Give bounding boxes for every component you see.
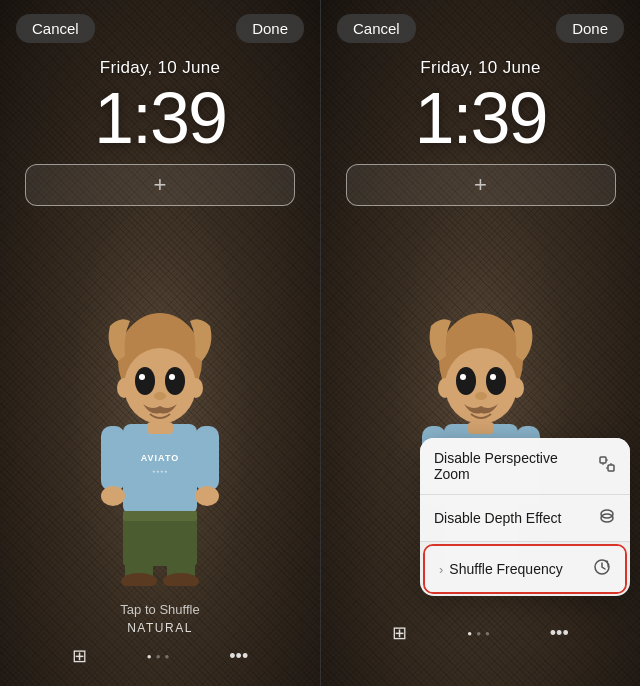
widget-plus-right: + — [474, 172, 487, 198]
svg-point-31 — [510, 378, 524, 398]
bottom-icons-right: ⊞ ●●● ••• — [392, 622, 568, 644]
grid-icon-right[interactable]: ⊞ — [392, 622, 407, 644]
context-menu: Disable Perspective Zoom Disable Depth E… — [420, 438, 630, 596]
shuffle-clock-icon — [593, 558, 611, 580]
date-label-right: Friday, 10 June — [420, 58, 540, 78]
dot-icon-right: ●●● — [467, 629, 490, 638]
depth-effect-label: Disable Depth Effect — [434, 510, 590, 526]
svg-rect-47 — [608, 465, 614, 471]
natural-label: NATURAL — [127, 621, 193, 635]
svg-text:AVIATO: AVIATO — [141, 453, 180, 463]
svg-point-25 — [456, 367, 476, 395]
svg-point-4 — [139, 374, 145, 380]
svg-rect-17 — [123, 511, 197, 521]
shuffle-frequency-label: Shuffle Frequency — [449, 561, 585, 577]
svg-text:⬥⬥⬥⬥: ⬥⬥⬥⬥ — [152, 468, 168, 474]
cancel-button-right[interactable]: Cancel — [337, 14, 416, 43]
svg-rect-13 — [195, 426, 219, 491]
tap-to-shuffle-label: Tap to Shuffle — [120, 602, 199, 617]
top-buttons-left: Cancel Done — [0, 14, 320, 43]
svg-rect-46 — [600, 457, 606, 463]
more-icon-right[interactable]: ••• — [550, 623, 569, 644]
svg-point-30 — [438, 378, 452, 398]
menu-item-shuffle-wrapper: › Shuffle Frequency — [423, 544, 627, 594]
figure-left: AVIATO ⬥⬥⬥⬥ — [80, 286, 240, 586]
shuffle-arrow-icon: › — [439, 562, 443, 577]
right-panel: Cancel Done Friday, 10 June 1:39 + AVIAT… — [320, 0, 640, 686]
svg-point-8 — [189, 378, 203, 398]
bottom-icons-left: ⊞ ●●● ••• — [72, 645, 248, 667]
widget-plus-left: + — [154, 172, 167, 198]
depth-effect-icon — [598, 507, 616, 529]
svg-rect-12 — [101, 426, 125, 491]
svg-rect-22 — [147, 422, 173, 434]
grid-icon-left[interactable]: ⊞ — [72, 645, 87, 667]
time-label-right: 1:39 — [414, 82, 546, 154]
perspective-zoom-label: Disable Perspective Zoom — [434, 450, 590, 482]
perspective-zoom-icon — [598, 455, 616, 477]
svg-point-27 — [460, 374, 466, 380]
more-icon-left[interactable]: ••• — [229, 646, 248, 667]
done-button-left[interactable]: Done — [236, 14, 304, 43]
menu-item-depth-effect[interactable]: Disable Depth Effect — [420, 495, 630, 542]
date-label-left: Friday, 10 June — [100, 58, 220, 78]
svg-point-26 — [486, 367, 506, 395]
widget-box-right[interactable]: + — [346, 164, 616, 206]
widget-box-left[interactable]: + — [25, 164, 295, 206]
menu-item-perspective-zoom[interactable]: Disable Perspective Zoom — [420, 438, 630, 495]
svg-point-5 — [169, 374, 175, 380]
svg-point-29 — [475, 392, 487, 400]
svg-point-2 — [135, 367, 155, 395]
svg-point-14 — [101, 486, 125, 506]
bottom-bar-left: Tap to Shuffle NATURAL ⊞ ●●● ••• — [0, 596, 320, 686]
dot-icon-left: ●●● — [147, 652, 170, 661]
svg-rect-45 — [468, 422, 494, 434]
left-panel: Cancel Done Friday, 10 June 1:39 + — [0, 0, 320, 686]
bottom-bar-right: ⊞ ●●● ••• — [321, 596, 640, 686]
svg-point-6 — [154, 392, 166, 400]
svg-point-7 — [117, 378, 131, 398]
svg-point-3 — [165, 367, 185, 395]
cancel-button-left[interactable]: Cancel — [16, 14, 95, 43]
done-button-right[interactable]: Done — [556, 14, 624, 43]
svg-point-15 — [195, 486, 219, 506]
top-buttons-right: Cancel Done — [321, 14, 640, 43]
time-label-left: 1:39 — [94, 82, 226, 154]
menu-item-shuffle-frequency[interactable]: › Shuffle Frequency — [425, 546, 625, 592]
svg-point-28 — [490, 374, 496, 380]
